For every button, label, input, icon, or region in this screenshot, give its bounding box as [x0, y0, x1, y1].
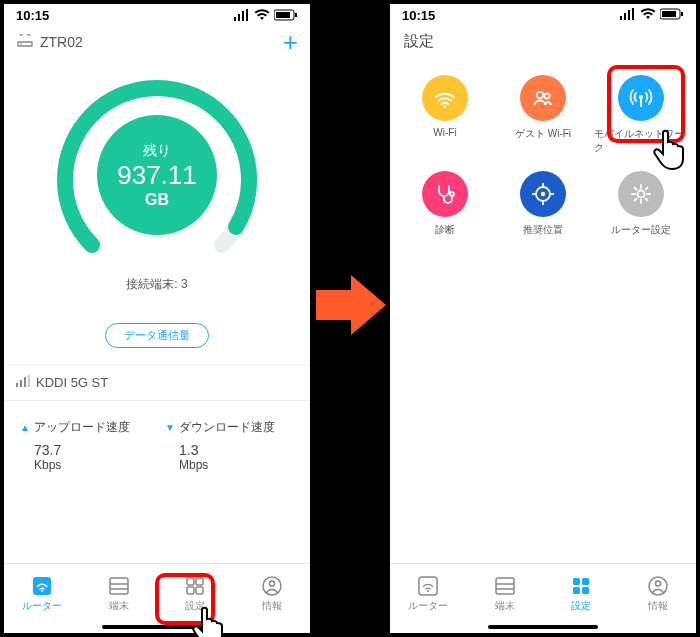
svg-rect-10	[24, 377, 26, 387]
svg-point-37	[541, 192, 545, 196]
grid-icon	[570, 575, 592, 597]
svg-rect-0	[234, 17, 236, 21]
battery-icon	[660, 8, 684, 23]
svg-rect-12	[33, 577, 51, 595]
status-bar: 10:15	[390, 4, 696, 26]
tab-devices[interactable]: 端末	[81, 564, 158, 623]
gauge-unit: GB	[145, 191, 169, 209]
settings-recommended-location[interactable]: 推奨位置	[496, 171, 590, 237]
svg-rect-24	[624, 13, 626, 20]
svg-point-22	[269, 581, 274, 586]
svg-rect-2	[242, 11, 244, 21]
data-usage-button[interactable]: データ通信量	[105, 323, 209, 348]
svg-point-53	[655, 581, 660, 586]
settings-guest-wifi[interactable]: ゲスト Wi-Fi	[496, 75, 590, 155]
tab-devices[interactable]: 端末	[467, 564, 544, 623]
user-circle-icon	[647, 575, 669, 597]
users-icon	[520, 75, 566, 121]
svg-point-35	[450, 192, 454, 196]
router-icon	[16, 34, 34, 51]
svg-rect-14	[110, 578, 128, 594]
settings-diagnostics[interactable]: 診断	[398, 171, 492, 237]
gear-icon	[618, 171, 664, 217]
devices-icon	[108, 575, 130, 597]
signal-icon	[234, 9, 250, 21]
pointing-hand-icon	[192, 602, 238, 637]
svg-rect-50	[573, 587, 580, 594]
wifi-icon	[640, 8, 656, 23]
gauge: 残り 937.11 GB	[4, 60, 310, 290]
tab-router[interactable]: ルーター	[390, 564, 467, 623]
grid-icon	[184, 575, 206, 597]
svg-point-32	[544, 93, 549, 98]
svg-rect-48	[573, 578, 580, 585]
svg-rect-11	[28, 375, 30, 387]
wifi-icon	[422, 75, 468, 121]
gauge-center: 残り 937.11 GB	[97, 115, 217, 235]
svg-rect-6	[295, 13, 297, 17]
svg-rect-49	[582, 578, 589, 585]
triangle-down-icon: ▼	[165, 422, 175, 433]
wifi-icon	[254, 9, 270, 21]
svg-rect-28	[662, 11, 676, 17]
gauge-value: 937.11	[117, 160, 197, 191]
signal-icon	[16, 375, 30, 390]
svg-marker-54	[316, 275, 386, 335]
phone-right: 10:15 設定 Wi-Fi ゲスト Wi-Fi モバイルネットワーク 診断 推…	[390, 4, 696, 633]
add-button[interactable]: +	[283, 27, 298, 58]
carrier-text: KDDI 5G ST	[36, 375, 108, 390]
page-title: 設定	[390, 26, 696, 55]
svg-rect-25	[628, 10, 630, 20]
tabbar-left: ルーター 端末 設定 情報	[4, 563, 310, 623]
svg-rect-17	[187, 578, 194, 585]
status-time: 10:15	[16, 8, 234, 23]
arrow-right-icon	[316, 270, 386, 340]
svg-rect-5	[276, 12, 290, 18]
device-name: ZTR02	[40, 34, 83, 50]
svg-rect-29	[681, 12, 683, 16]
upload-speed: ▲アップロード速度 73.7 Kbps	[12, 419, 157, 472]
wifi-square-icon	[31, 575, 53, 597]
svg-rect-8	[16, 383, 18, 387]
gauge-label: 残り	[143, 142, 171, 160]
devices-icon	[494, 575, 516, 597]
svg-point-13	[41, 590, 43, 592]
svg-rect-18	[196, 578, 203, 585]
download-speed: ▼ダウンロード速度 1.3 Mbps	[157, 419, 302, 472]
svg-point-7	[20, 43, 22, 45]
svg-rect-43	[419, 577, 437, 595]
phone-left: 10:15 ZTR02 + 残り 937.11 GB 接続端末: 3 デ	[4, 4, 310, 633]
svg-rect-45	[496, 578, 514, 594]
tab-router[interactable]: ルーター	[4, 564, 81, 623]
svg-point-30	[444, 105, 447, 108]
tab-info[interactable]: 情報	[620, 564, 697, 623]
signal-icon	[620, 8, 636, 23]
pointing-hand-icon	[653, 125, 699, 171]
user-circle-icon	[261, 575, 283, 597]
carrier-bar[interactable]: KDDI 5G ST	[4, 364, 310, 401]
tab-settings[interactable]: 設定	[543, 564, 620, 623]
tab-info[interactable]: 情報	[234, 564, 311, 623]
status-time: 10:15	[402, 8, 620, 23]
svg-rect-1	[238, 14, 240, 21]
triangle-up-icon: ▲	[20, 422, 30, 433]
settings-wifi[interactable]: Wi-Fi	[398, 75, 492, 155]
svg-rect-9	[20, 380, 22, 387]
battery-icon	[274, 9, 298, 21]
svg-point-42	[638, 191, 645, 198]
wifi-square-icon	[417, 575, 439, 597]
svg-rect-20	[196, 587, 203, 594]
svg-rect-23	[620, 16, 622, 20]
svg-rect-51	[582, 587, 589, 594]
status-icons	[234, 9, 298, 21]
home-indicator[interactable]	[488, 625, 598, 629]
svg-point-33	[639, 95, 643, 99]
settings-grid: Wi-Fi ゲスト Wi-Fi モバイルネットワーク 診断 推奨位置 ルーター設…	[390, 55, 696, 257]
svg-point-44	[427, 590, 429, 592]
settings-router-settings[interactable]: ルーター設定	[594, 171, 688, 237]
svg-point-31	[537, 92, 543, 98]
antenna-icon	[618, 75, 664, 121]
target-icon	[520, 171, 566, 217]
svg-rect-3	[246, 9, 248, 21]
stethoscope-icon	[422, 171, 468, 217]
